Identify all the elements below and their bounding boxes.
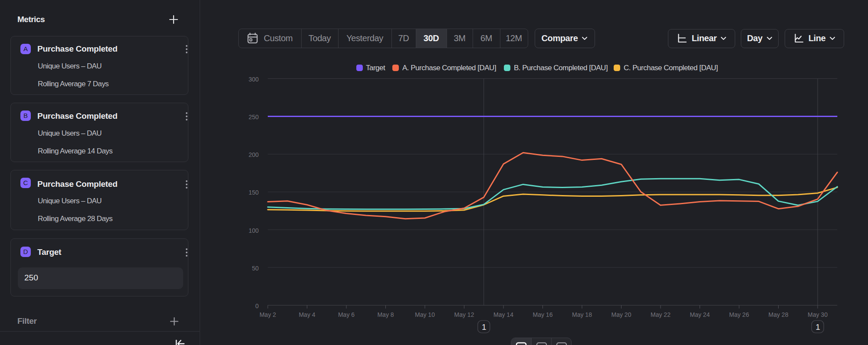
svg-text:May 10: May 10 (415, 311, 435, 318)
svg-text:May 4: May 4 (299, 311, 315, 318)
svg-text:May 12: May 12 (454, 311, 474, 318)
svg-text:May 26: May 26 (729, 311, 749, 318)
svg-text:50: 50 (252, 265, 259, 272)
svg-text:May 24: May 24 (690, 311, 710, 318)
svg-text:May 30: May 30 (808, 311, 828, 318)
svg-text:0: 0 (255, 303, 259, 309)
svg-text:May 18: May 18 (572, 311, 592, 318)
svg-text:150: 150 (249, 189, 259, 196)
svg-text:May 14: May 14 (493, 311, 513, 318)
svg-text:300: 300 (249, 76, 259, 83)
svg-text:250: 250 (249, 114, 259, 120)
svg-text:May 16: May 16 (533, 311, 553, 318)
svg-text:200: 200 (249, 151, 259, 158)
svg-text:May 22: May 22 (651, 311, 671, 318)
svg-text:May 6: May 6 (338, 311, 355, 318)
svg-text:1: 1 (482, 322, 487, 332)
svg-text:May 20: May 20 (612, 311, 631, 318)
svg-text:1: 1 (815, 322, 820, 332)
svg-text:May 28: May 28 (769, 311, 789, 318)
svg-text:100: 100 (249, 227, 259, 234)
svg-text:May 2: May 2 (260, 311, 276, 318)
svg-text:May 8: May 8 (377, 311, 394, 318)
